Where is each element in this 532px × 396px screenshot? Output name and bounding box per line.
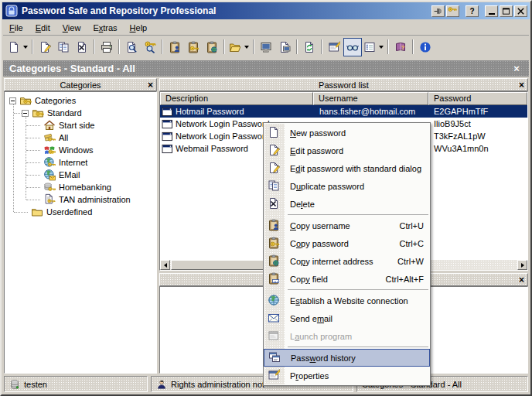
maximize-button[interactable] (500, 5, 513, 17)
maximize-icon (501, 6, 511, 16)
clipboard-globe-icon (268, 254, 280, 267)
database-icon (9, 379, 20, 390)
tree-item-all[interactable]: All (5, 131, 156, 144)
detail-panel-close-button[interactable]: × (519, 274, 524, 286)
folder-key-icon (19, 94, 32, 107)
column-username[interactable]: Username (313, 92, 428, 105)
menu-item-send-email[interactable]: Send email (264, 309, 430, 327)
delete-icon (268, 197, 280, 210)
context-menu: New password Edit password Edit password… (263, 122, 431, 386)
tree-item-categories[interactable]: Categories (5, 94, 156, 107)
pin-icon (433, 6, 443, 16)
shortcut-label: Ctrl+W (388, 257, 424, 266)
globe-mail-icon (43, 169, 56, 181)
menu-edit[interactable]: Edit (29, 22, 56, 34)
print-button[interactable] (97, 38, 116, 56)
tree-item-userdefined[interactable]: Userdefined (5, 206, 156, 218)
categories-panel-close-button[interactable]: × (148, 79, 153, 91)
cards-key-icon (43, 131, 56, 144)
toolbar-separator (94, 39, 95, 54)
scroll-left-button[interactable] (160, 260, 170, 270)
copy-username-button[interactable] (165, 38, 184, 56)
menu-view[interactable]: View (56, 22, 87, 34)
new-password-icon (8, 41, 20, 53)
close-button[interactable] (514, 5, 527, 17)
refresh-button[interactable] (300, 38, 319, 56)
edit-password-button[interactable] (36, 38, 54, 56)
menu-item-copy-password[interactable]: Copy passwordCtrl+C (264, 234, 430, 252)
new-password-button[interactable] (6, 38, 29, 56)
menu-item-launch-program[interactable]: Launch program (264, 327, 430, 345)
search-document-icon (125, 41, 138, 53)
menu-item-password-history[interactable]: Password history (264, 349, 430, 367)
collapse-icon[interactable] (22, 110, 29, 117)
password-history-icon (268, 351, 281, 364)
menu-separator (288, 214, 428, 215)
table-row[interactable]: Hotmail Password hans.fisher@hotmail.com… (160, 105, 527, 118)
scroll-right-button[interactable] (517, 260, 527, 270)
windows-key-icon (43, 144, 56, 156)
menu-file[interactable]: File (3, 22, 29, 34)
menu-item-properties[interactable]: Properties (264, 367, 430, 384)
about-button[interactable] (416, 38, 435, 56)
menu-extras[interactable]: Extras (87, 22, 123, 34)
clipboard-field-icon (268, 272, 280, 285)
properties-button[interactable] (325, 38, 343, 56)
caption-close-button[interactable]: × (510, 63, 523, 74)
categories-tree: Categories Standard Start side All Windo… (4, 91, 157, 374)
tree-item-start-side[interactable]: Start side (5, 119, 156, 131)
menu-item-duplicate-password[interactable]: Duplicate password (264, 177, 430, 195)
tree-item-windows[interactable]: Windows (5, 144, 156, 156)
menu-item-new-password[interactable]: New password (264, 124, 430, 142)
password-list-header[interactable]: Password list × (159, 78, 528, 91)
dropdown-arrow-icon[interactable] (379, 46, 384, 49)
menu-item-edit-password[interactable]: Edit password (264, 142, 430, 159)
minimize-button[interactable] (485, 5, 498, 17)
globe-icon (268, 294, 280, 306)
tree-item-standard[interactable]: Standard (5, 107, 156, 119)
categories-panel-header[interactable]: Categories × (4, 78, 157, 91)
dropdown-arrow-icon[interactable] (244, 46, 249, 49)
menu-item-copy-field[interactable]: Copy fieldCtrl+Alt+F (264, 270, 430, 288)
edit-password-icon (39, 41, 51, 53)
tree-item-internet[interactable]: Internet (5, 156, 156, 169)
remote-document-button[interactable] (275, 38, 294, 56)
key-button[interactable] (446, 5, 459, 17)
info-icon (419, 41, 431, 53)
search-password-button[interactable] (141, 38, 159, 56)
column-description[interactable]: Description (160, 92, 313, 105)
toolbar (3, 35, 529, 58)
menu-item-edit-password-standard-dialog[interactable]: Edit password with standard dialog (264, 159, 430, 177)
duplicate-password-button[interactable] (54, 38, 73, 56)
toolbar-separator (223, 39, 225, 54)
open-folder-button[interactable] (227, 38, 251, 56)
view-options-button[interactable] (362, 38, 385, 56)
tree-item-homebanking[interactable]: Homebanking (5, 181, 156, 193)
menu-item-establish-website-connection[interactable]: Establish a Website connection (264, 292, 430, 309)
properties-icon (268, 369, 280, 381)
tree-item-tan-administration[interactable]: TAN administration (5, 193, 156, 206)
password-list-close-button[interactable]: × (519, 79, 524, 91)
copy-internet-address-button[interactable] (203, 38, 221, 56)
tree-item-email[interactable]: EMail (5, 169, 156, 181)
categories-panel: Categories × Categories Standard Start s… (4, 78, 157, 374)
copy-password-button[interactable] (184, 38, 203, 56)
help-button[interactable]: ? (466, 5, 479, 17)
website-connection-button[interactable] (257, 38, 275, 56)
dropdown-arrow-icon[interactable] (23, 46, 28, 49)
duplicate-icon (268, 179, 280, 192)
collapse-icon[interactable] (9, 97, 16, 104)
menu-item-copy-username[interactable]: Copy usernameCtrl+U (264, 217, 430, 234)
column-password[interactable]: Password (428, 92, 527, 105)
password-entry-icon (162, 119, 173, 129)
pin-button[interactable] (431, 5, 445, 17)
home-icon (43, 119, 56, 131)
view-toggle-button[interactable] (343, 38, 362, 56)
menu-help[interactable]: Help (124, 22, 154, 34)
menu-item-copy-internet-address[interactable]: Copy internet addressCtrl+W (264, 252, 430, 270)
menu-item-delete[interactable]: Delete (264, 195, 430, 213)
title-bar[interactable]: Password Safe and Repository Professiona… (2, 2, 530, 19)
help-book-button[interactable] (391, 38, 410, 56)
search-button[interactable] (122, 38, 141, 56)
delete-button[interactable] (73, 38, 91, 56)
